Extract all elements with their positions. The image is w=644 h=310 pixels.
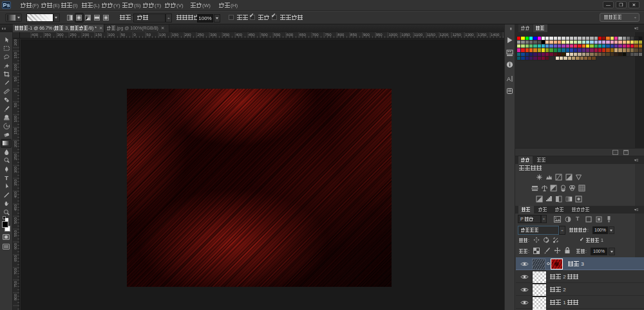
svg-text:T: T <box>5 174 8 181</box>
svg-text:A: A <box>507 76 511 82</box>
